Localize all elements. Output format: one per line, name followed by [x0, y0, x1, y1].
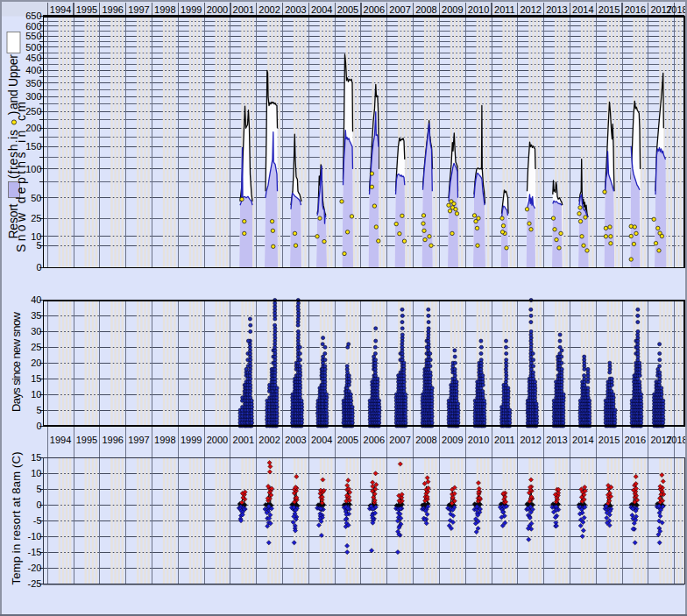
- svg-text:1995: 1995: [76, 435, 97, 445]
- svg-text:2000: 2000: [207, 435, 228, 445]
- svg-text:2014: 2014: [572, 4, 593, 15]
- svg-text:Temp in resort at 8am (C): Temp in resort at 8am (C): [10, 452, 23, 585]
- svg-text:1994: 1994: [50, 4, 71, 15]
- svg-text:1998: 1998: [154, 435, 175, 445]
- svg-text:1996: 1996: [102, 435, 123, 445]
- svg-text:10: 10: [31, 231, 41, 242]
- svg-text:2015: 2015: [598, 4, 620, 15]
- svg-text:2005: 2005: [337, 4, 358, 15]
- svg-text:-20: -20: [28, 563, 42, 573]
- svg-text:1996: 1996: [102, 4, 123, 15]
- svg-text:1999: 1999: [181, 4, 202, 15]
- svg-text:2001: 2001: [233, 435, 254, 445]
- svg-text:400: 400: [25, 65, 41, 75]
- svg-text:2008: 2008: [415, 435, 436, 445]
- svg-text:2012: 2012: [520, 4, 541, 15]
- svg-text:2011: 2011: [494, 4, 515, 15]
- svg-text:2002: 2002: [259, 4, 280, 15]
- svg-text:25: 25: [31, 213, 41, 223]
- svg-text:20: 20: [31, 358, 41, 368]
- svg-text:10: 10: [31, 468, 41, 478]
- svg-text:1997: 1997: [128, 4, 149, 15]
- svg-text:and Upper: and Upper: [6, 54, 20, 110]
- svg-text:Days since new snow: Days since new snow: [10, 311, 23, 412]
- svg-text:2012: 2012: [520, 435, 541, 445]
- svg-text:15: 15: [31, 373, 41, 384]
- svg-text:30: 30: [31, 326, 41, 336]
- svg-text:2004: 2004: [311, 435, 332, 445]
- svg-text:35: 35: [31, 310, 41, 321]
- svg-text:2015: 2015: [598, 435, 620, 445]
- svg-text:500: 500: [25, 42, 41, 53]
- svg-text:1997: 1997: [128, 435, 149, 445]
- svg-text:0: 0: [36, 499, 41, 510]
- svg-text:1994: 1994: [50, 435, 71, 445]
- svg-text:2018: 2018: [666, 4, 687, 15]
- svg-text:50: 50: [31, 193, 41, 203]
- svg-text:2001: 2001: [233, 4, 254, 15]
- svg-text:2008: 2008: [415, 4, 436, 15]
- svg-text:40: 40: [31, 294, 41, 305]
- svg-text:1999: 1999: [181, 435, 202, 445]
- svg-text:2007: 2007: [389, 4, 410, 15]
- svg-text:2009: 2009: [442, 435, 463, 445]
- svg-text:0: 0: [36, 421, 41, 431]
- svg-text:-10: -10: [28, 531, 42, 542]
- svg-text:1995: 1995: [76, 4, 97, 15]
- svg-text:2006: 2006: [364, 4, 385, 15]
- svg-text:-15: -15: [28, 547, 42, 557]
- svg-text:550: 550: [25, 31, 41, 41]
- svg-text:5: 5: [36, 240, 41, 251]
- svg-text:2004: 2004: [311, 4, 332, 15]
- svg-text:2014: 2014: [572, 435, 593, 445]
- svg-text:650: 650: [25, 11, 41, 21]
- svg-text:450: 450: [25, 53, 41, 63]
- svg-text:2013: 2013: [546, 4, 567, 15]
- svg-text:2011: 2011: [494, 435, 515, 445]
- svg-text:2007: 2007: [389, 435, 410, 445]
- svg-text:2013: 2013: [546, 435, 567, 445]
- svg-text:350: 350: [25, 78, 41, 89]
- svg-text:600: 600: [25, 21, 41, 32]
- svg-text:1998: 1998: [154, 4, 175, 15]
- svg-text:2003: 2003: [285, 435, 306, 445]
- svg-text:5: 5: [36, 405, 41, 415]
- svg-text:15: 15: [31, 452, 41, 463]
- svg-text:0: 0: [36, 262, 41, 273]
- svg-text:-25: -25: [28, 578, 42, 589]
- svg-text:-5: -5: [33, 515, 42, 526]
- svg-text:2006: 2006: [364, 435, 385, 445]
- svg-text:2003: 2003: [285, 4, 306, 15]
- svg-text:2002: 2002: [259, 435, 280, 445]
- svg-text:2005: 2005: [337, 435, 358, 445]
- svg-text:5: 5: [36, 484, 41, 494]
- svg-text:2010: 2010: [468, 4, 489, 15]
- svg-text:2016: 2016: [625, 435, 646, 445]
- svg-text:2016: 2016: [625, 4, 646, 15]
- svg-text:2010: 2010: [468, 435, 489, 445]
- svg-text:2009: 2009: [442, 4, 463, 15]
- svg-text:2000: 2000: [207, 4, 228, 15]
- svg-text:10: 10: [31, 389, 41, 400]
- svg-text:2018: 2018: [666, 435, 687, 445]
- svg-text:25: 25: [31, 342, 41, 352]
- svg-text:300: 300: [25, 91, 41, 102]
